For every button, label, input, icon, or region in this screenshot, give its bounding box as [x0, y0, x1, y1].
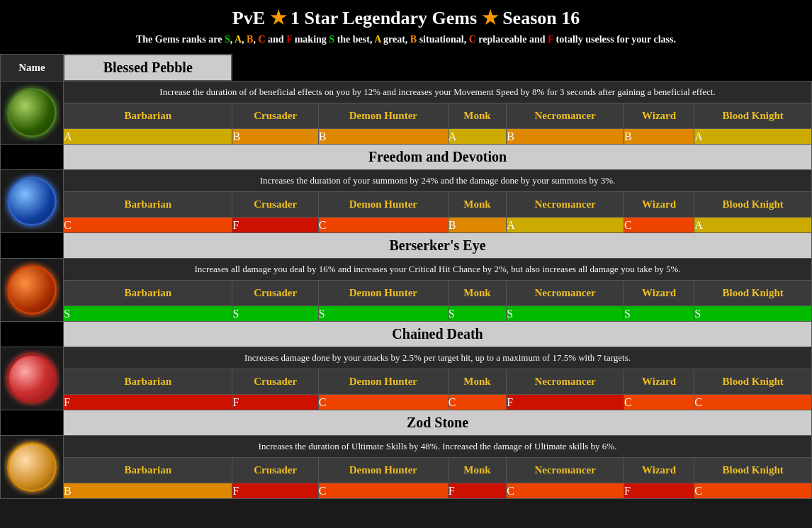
fd-rank-demonhunter: C	[318, 218, 448, 233]
zs-rank-demonhunter: C	[318, 483, 448, 499]
bp-class-bloodknight: Blood Knight	[694, 103, 812, 129]
page-header: PvE ★ 1 Star Legendary Gems ★ Season 16 …	[0, 0, 812, 54]
blessed-pebble-ranks-row: A B B A B B A	[1, 129, 812, 145]
chained-death-ranks-row: F F C C F C C	[1, 395, 812, 410]
zs-class-wizard: Wizard	[624, 457, 694, 483]
zod-stone-desc-row: Increases the duration of Ultimate Skill…	[1, 436, 812, 458]
freedom-devotion-description: Increases the duration of your summons b…	[64, 170, 812, 192]
chained-death-classes-row: Barbarian Crusader Demon Hunter Monk Nec…	[1, 369, 812, 395]
zs-class-demonhunter: Demon Hunter	[318, 457, 448, 483]
be-rank-crusader: S	[232, 306, 318, 322]
zod-stone-classes-row: Barbarian Crusader Demon Hunter Monk Nec…	[1, 457, 812, 483]
freedom-devotion-classes-row: Barbarian Crusader Demon Hunter Monk Nec…	[1, 191, 812, 218]
be-rank-barbarian: S	[64, 306, 232, 322]
zod-stone-title: Zod Stone	[64, 410, 812, 436]
freedom-devotion-image	[4, 173, 60, 230]
zod-stone-ranks-row: B F C F C F C	[1, 483, 812, 499]
star-icon-2: ★	[482, 8, 498, 28]
fd-class-barbarian: Barbarian	[64, 191, 232, 218]
be-rank-bloodknight: S	[694, 306, 812, 322]
be-class-wizard: Wizard	[624, 280, 694, 306]
freedom-devotion-title: Freedom and Devotion	[64, 145, 812, 170]
fd-rank-necromancer: A	[507, 218, 624, 233]
bp-rank-crusader: B	[232, 129, 318, 145]
page-title: PvE ★ 1 Star Legendary Gems ★ Season 16	[3, 7, 809, 29]
bp-class-demonhunter: Demon Hunter	[318, 103, 448, 129]
fd-rank-wizard: C	[624, 218, 694, 233]
spacer-3	[1, 322, 64, 347]
spacer-1	[1, 145, 64, 170]
zs-rank-crusader: F	[232, 483, 318, 499]
cd-rank-bloodknight: C	[694, 395, 812, 410]
cd-class-monk: Monk	[448, 369, 506, 395]
be-class-crusader: Crusader	[232, 280, 318, 306]
cd-rank-monk: C	[448, 395, 506, 410]
be-rank-monk: S	[448, 306, 506, 322]
bp-rank-wizard: B	[624, 129, 694, 145]
star-icon-1: ★	[270, 8, 286, 28]
bp-rank-bloodknight: A	[694, 129, 812, 145]
cd-rank-wizard: C	[624, 395, 694, 410]
zs-class-crusader: Crusader	[232, 457, 318, 483]
bp-class-barbarian: Barbarian	[64, 103, 232, 129]
fd-rank-bloodknight: A	[694, 218, 812, 233]
zs-class-necromancer: Necromancer	[507, 457, 624, 483]
be-rank-wizard: S	[624, 306, 694, 322]
be-class-demonhunter: Demon Hunter	[318, 280, 448, 306]
main-table: Name Blessed Pebble Increase the duratio…	[0, 54, 812, 499]
berserkers-eye-ranks-row: S S S S S S S	[1, 306, 812, 322]
blessed-pebble-title: Blessed Pebble	[64, 55, 232, 81]
chained-death-desc-row: Increases damage done by your attacks by…	[1, 347, 812, 369]
bp-rank-demonhunter: B	[318, 129, 448, 145]
berserkers-eye-desc-row: Increases all damage you deal by 16% and…	[1, 259, 812, 281]
spacer-4	[1, 410, 64, 436]
fd-class-wizard: Wizard	[624, 191, 694, 218]
be-rank-necromancer: S	[507, 306, 624, 322]
zs-class-monk: Monk	[448, 457, 506, 483]
fd-class-demonhunter: Demon Hunter	[318, 191, 448, 218]
blessed-pebble-description: Increase the duration of of beneficial e…	[64, 82, 812, 103]
bp-class-crusader: Crusader	[232, 103, 318, 129]
cd-class-crusader: Crusader	[232, 369, 318, 395]
blessed-pebble-desc-row: Increase the duration of of beneficial e…	[1, 82, 812, 103]
freedom-devotion-title-row: Freedom and Devotion	[1, 145, 812, 170]
spacer-2	[1, 233, 64, 259]
zs-class-barbarian: Barbarian	[64, 457, 232, 483]
header-row: Name Blessed Pebble	[1, 55, 812, 82]
berserkers-eye-description: Increases all damage you deal by 16% and…	[64, 259, 812, 281]
cd-class-barbarian: Barbarian	[64, 369, 232, 395]
berserkers-eye-classes-row: Barbarian Crusader Demon Hunter Monk Nec…	[1, 280, 812, 306]
chained-death-title: Chained Death	[64, 322, 812, 347]
cd-class-wizard: Wizard	[624, 369, 694, 395]
be-class-monk: Monk	[448, 280, 506, 306]
cd-rank-crusader: F	[232, 395, 318, 410]
bp-rank-necromancer: B	[507, 129, 624, 145]
be-class-barbarian: Barbarian	[64, 280, 232, 306]
zs-rank-necromancer: C	[507, 483, 624, 499]
chained-death-description: Increases damage done by your attacks by…	[64, 347, 812, 369]
berserkers-eye-title: Berserker's Eye	[64, 233, 812, 259]
cd-class-necromancer: Necromancer	[507, 369, 624, 395]
bp-class-necromancer: Necromancer	[507, 103, 624, 129]
fd-class-bloodknight: Blood Knight	[694, 191, 812, 218]
fd-rank-crusader: F	[232, 218, 318, 233]
freedom-devotion-desc-row: Increases the duration of your summons b…	[1, 170, 812, 192]
zs-rank-wizard: F	[624, 483, 694, 499]
blessed-pebble-classes-row: Barbarian Crusader Demon Hunter Monk Nec…	[1, 103, 812, 129]
zs-rank-bloodknight: C	[694, 483, 812, 499]
be-class-necromancer: Necromancer	[507, 280, 624, 306]
berserkers-eye-image	[4, 262, 60, 318]
chained-death-image	[4, 350, 60, 407]
zs-class-bloodknight: Blood Knight	[694, 457, 812, 483]
cd-rank-barbarian: F	[64, 395, 232, 410]
be-class-bloodknight: Blood Knight	[694, 280, 812, 306]
cd-class-bloodknight: Blood Knight	[694, 369, 812, 395]
fd-class-necromancer: Necromancer	[507, 191, 624, 218]
fd-rank-monk: B	[448, 218, 506, 233]
cd-class-demonhunter: Demon Hunter	[318, 369, 448, 395]
blessed-pebble-image	[4, 84, 60, 141]
cd-rank-demonhunter: C	[318, 395, 448, 410]
zod-stone-image	[4, 439, 60, 495]
bp-rank-monk: A	[448, 129, 506, 145]
zs-rank-monk: F	[448, 483, 506, 499]
